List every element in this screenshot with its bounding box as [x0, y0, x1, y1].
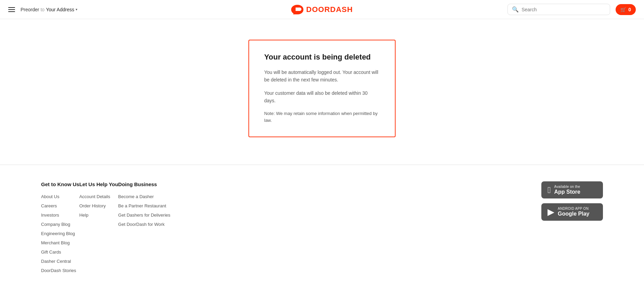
footer-link-merchant-blog[interactable]: Merchant Blog — [41, 240, 79, 245]
app-store-big-text: App Store — [554, 189, 580, 195]
account-deleted-para2: Your customer data will also be deleted … — [264, 89, 380, 105]
app-store-small-text: Available on the — [554, 185, 580, 189]
footer-link-account-details[interactable]: Account Details — [79, 194, 118, 199]
header-left: Preorder to Your Address ▾ — [8, 7, 77, 12]
site-footer: Get to Know Us About Us Careers Investor… — [0, 165, 644, 294]
footer-link-investors[interactable]: Investors — [41, 213, 79, 218]
footer-link-careers[interactable]: Careers — [41, 203, 79, 208]
footer-col2-title: Let Us Help You — [79, 181, 118, 187]
account-deleted-box: Your account is being deleted You will b… — [248, 40, 396, 137]
search-bar[interactable]: 🔍 — [507, 4, 610, 15]
footer-link-dashers-deliveries[interactable]: Get Dashers for Deliveries — [118, 213, 170, 218]
cart-count: 0 — [628, 7, 631, 12]
preorder-address-selector[interactable]: Preorder to Your Address ▾ — [21, 7, 77, 12]
main-content: Your account is being deleted You will b… — [0, 19, 644, 165]
cart-icon: 🛒 — [620, 7, 626, 12]
footer-link-doordash-stories[interactable]: DoorDash Stories — [41, 268, 79, 273]
search-input[interactable] — [521, 7, 606, 12]
address-label: Your Address — [46, 7, 74, 12]
account-deleted-para1: You will be automatically logged out. Yo… — [264, 68, 380, 84]
google-play-button[interactable]: ▶ ANDROID APP ON Google Play — [541, 203, 603, 220]
footer-col3-title: Doing Business — [118, 181, 170, 187]
footer-link-order-history[interactable]: Order History — [79, 203, 118, 208]
footer-col-business: Doing Business Become a Dasher Be a Part… — [118, 181, 170, 277]
account-deleted-note: Note: We may retain some information whe… — [264, 110, 380, 125]
footer-link-about-us[interactable]: About Us — [41, 194, 79, 199]
search-icon: 🔍 — [512, 6, 519, 13]
footer-link-engineering-blog[interactable]: Engineering Blog — [41, 231, 79, 236]
footer-link-partner-restaurant[interactable]: Be a Partner Restaurant — [118, 203, 170, 208]
footer-apps:  Available on the App Store ▶ ANDROID A… — [541, 181, 603, 277]
footer-link-become-dasher[interactable]: Become a Dasher — [118, 194, 170, 199]
header-right: 🔍 🛒 0 — [507, 4, 636, 15]
preorder-to-text: to — [40, 7, 44, 12]
footer-link-company-blog[interactable]: Company Blog — [41, 222, 79, 227]
account-deleted-title: Your account is being deleted — [264, 53, 380, 62]
logo-icon — [291, 5, 304, 14]
apple-icon:  — [548, 185, 551, 194]
footer-inner: Get to Know Us About Us Careers Investor… — [41, 181, 603, 277]
doordash-logo[interactable]: DOORDASH — [291, 5, 353, 14]
hamburger-menu-button[interactable] — [8, 7, 15, 12]
cart-button[interactable]: 🛒 0 — [616, 4, 636, 15]
google-play-small-text: ANDROID APP ON — [558, 207, 589, 210]
logo-text: DOORDASH — [306, 5, 353, 14]
footer-link-help[interactable]: Help — [79, 213, 118, 218]
footer-col1-title: Get to Know Us — [41, 181, 79, 187]
footer-col-help: Let Us Help You Account Details Order Hi… — [79, 181, 118, 277]
site-header: Preorder to Your Address ▾ DOORDASH 🔍 🛒 … — [0, 0, 644, 19]
footer-link-doordash-work[interactable]: Get DoorDash for Work — [118, 222, 170, 227]
footer-link-dasher-central[interactable]: Dasher Central — [41, 259, 79, 264]
app-store-button[interactable]:  Available on the App Store — [541, 181, 603, 198]
footer-link-gift-cards[interactable]: Gift Cards — [41, 249, 79, 255]
footer-col-know-us: Get to Know Us About Us Careers Investor… — [41, 181, 79, 277]
google-play-icon: ▶ — [548, 207, 554, 216]
chevron-down-icon: ▾ — [76, 8, 77, 11]
google-play-big-text: Google Play — [558, 210, 589, 217]
preorder-label: Preorder — [21, 7, 39, 12]
